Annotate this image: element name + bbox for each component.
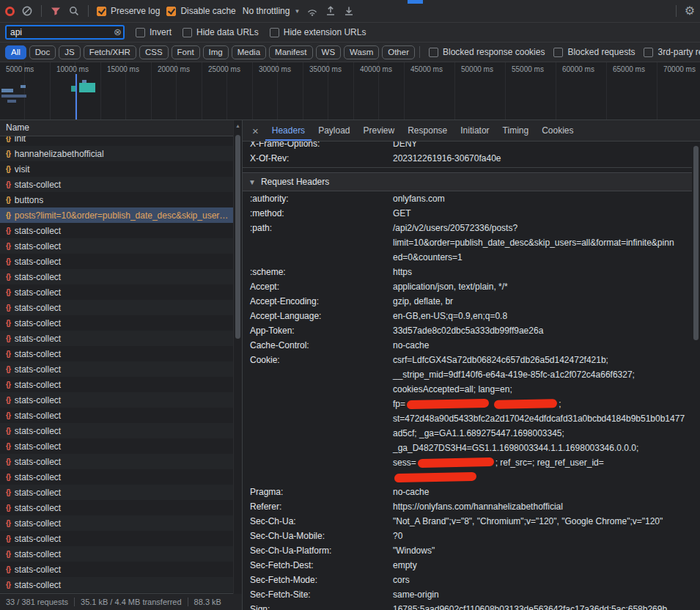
request-row[interactable]: {}stats-collect [0,500,242,515]
clear-network-log-icon[interactable] [21,5,33,17]
tab-cookies[interactable]: Cookies [535,121,580,141]
request-row[interactable]: {}stats-collect [0,177,242,192]
disable-cache-toggle[interactable]: Disable cache [166,6,235,16]
tab-payload[interactable]: Payload [312,121,356,141]
header-row: Accept-Encoding:gzip, deflate, br [243,294,700,309]
script-icon: {} [6,211,10,219]
request-row[interactable]: {}stats-collect [0,408,242,423]
request-row[interactable]: {}stats-collect [0,485,242,500]
request-row[interactable]: {}stats-collect [0,577,242,592]
request-row[interactable]: {}stats-collect [0,469,242,485]
tab-initiator[interactable]: Initiator [454,121,495,141]
settings-gear-icon[interactable]: ⚙ [685,5,695,17]
timeline-tick: 30000 ms [259,65,291,73]
header-name: X-Of-Rev: [250,151,393,166]
request-row[interactable]: {}stats-collect [0,438,242,454]
request-name: stats-collect [15,426,71,436]
scrollbar-thumb[interactable] [235,135,240,339]
request-row[interactable]: {}stats-collect [0,269,242,284]
request-row[interactable]: {}stats-collect [0,284,242,300]
filter-chip-css[interactable]: CSS [139,45,169,59]
request-row[interactable]: {}stats-collect [0,423,242,438]
divider [188,598,188,606]
request-row[interactable]: {}stats-collect [0,531,242,546]
filter-chip-media[interactable]: Media [232,45,266,59]
import-har-icon[interactable] [325,5,336,17]
name-column-header[interactable]: Name [0,120,242,136]
header-row: Accept:application/json, text/plain, */* [243,279,700,294]
export-har-icon[interactable] [343,5,355,17]
close-details-icon[interactable]: × [246,125,265,137]
tab-response[interactable]: Response [401,121,454,141]
filter-chip-img[interactable]: Img [203,45,229,59]
request-row[interactable]: {}stats-collect [0,515,242,531]
tab-timing[interactable]: Timing [496,121,536,141]
script-icon: {} [6,519,10,527]
overview-activity-bar [7,100,16,103]
network-overview-timeline[interactable]: 5000 ms10000 ms15000 ms20000 ms25000 ms3… [0,62,700,120]
request-headers-section-header[interactable]: ▼ Request Headers [243,172,700,191]
scrollbar-thumb[interactable] [693,146,699,340]
third-party-requests-checkbox[interactable] [644,48,653,57]
invert-toggle[interactable]: Invert [136,27,172,37]
disable-cache-checkbox[interactable] [166,7,176,16]
third-party-requests-toggle[interactable]: 3rd-party requests [644,47,700,57]
hide-extension-urls-toggle[interactable]: Hide extension URLs [270,27,366,37]
request-row[interactable]: {}stats-collect [0,238,242,254]
request-name: stats-collect [15,349,71,359]
header-name: Cookie: [250,353,393,485]
request-row[interactable]: {}stats-collect [0,300,242,315]
filter-input[interactable] [5,25,125,40]
filter-chip-ws[interactable]: WS [316,45,342,59]
filter-chip-other[interactable]: Other [382,45,415,59]
blocked-requests-checkbox[interactable] [553,48,563,57]
request-row[interactable]: {}stats-collect [0,562,242,577]
scroll-up-arrow-icon[interactable]: ▲ [235,123,240,128]
blocked-response-cookies-toggle[interactable]: Blocked response cookies [429,47,545,57]
preserve-log-toggle[interactable]: Preserve log [97,6,160,16]
request-row[interactable]: {}stats-collect [0,254,242,269]
details-scrollbar[interactable] [692,142,700,610]
tab-headers[interactable]: Headers [265,121,312,141]
request-row[interactable]: {}visit [0,161,242,177]
filter-chip-manifest[interactable]: Manifest [269,45,312,59]
request-row[interactable]: {}posts?limit=10&order=publish_date_desc… [0,207,242,223]
type-filter-chips: AllDocJSFetch/XHRCSSFontImgMediaManifest… [5,45,415,59]
blocked-response-cookies-checkbox[interactable] [429,48,438,57]
request-row[interactable]: {}stats-collect [0,315,242,331]
headers-detail-view: X-Frame-Options:DENYX-Of-Rev:20231226191… [243,142,700,610]
filter-chip-font[interactable]: Font [172,45,200,59]
filter-chip-all[interactable]: All [5,45,26,59]
filter-chip-wasm[interactable]: Wasm [344,45,379,59]
blocked-requests-toggle[interactable]: Blocked requests [553,47,635,57]
hide-data-urls-checkbox[interactable] [183,28,192,37]
request-row[interactable]: {}stats-collect [0,454,242,469]
filter-icon[interactable] [50,5,62,17]
request-row[interactable]: {}stats-collect [0,361,242,377]
hide-data-urls-toggle[interactable]: Hide data URLs [183,27,259,37]
network-conditions-icon[interactable] [306,5,318,17]
filter-chip-fetch-xhr[interactable]: Fetch/XHR [84,45,136,59]
invert-checkbox[interactable] [136,28,145,37]
request-row[interactable]: {}stats-collect [0,346,242,361]
preserve-log-checkbox[interactable] [97,7,106,16]
request-row[interactable]: {}stats-collect [0,546,242,562]
request-row[interactable]: {}stats-collect [0,223,242,238]
tab-preview[interactable]: Preview [357,121,402,141]
throttling-dropdown[interactable]: No throttling ▼ [243,6,301,16]
filter-chip-doc[interactable]: Doc [29,45,56,59]
clear-filter-icon[interactable]: ⊗ [114,26,122,38]
request-row[interactable]: {}stats-collect [0,331,242,346]
search-icon[interactable] [68,5,80,17]
request-row[interactable]: {}stats-collect [0,392,242,408]
request-row[interactable]: {}stats-collect [0,377,242,392]
request-name: stats-collect [15,334,71,344]
hide-extension-urls-checkbox[interactable] [270,28,279,37]
filter-chip-js[interactable]: JS [59,45,80,59]
request-list-scrollbar[interactable]: ▲ [233,120,242,594]
request-row[interactable]: {}buttons [0,192,242,207]
record-button[interactable] [5,7,15,16]
request-row[interactable]: {}init [0,136,242,146]
request-row[interactable]: {}hannahelizabethofficial [0,146,242,161]
header-row: Referer:https://onlyfans.com/hannaheliza… [243,499,700,514]
